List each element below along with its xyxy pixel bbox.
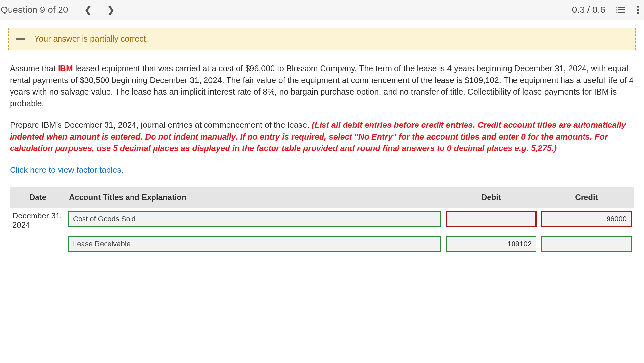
- col-header-debit: Debit: [443, 187, 539, 208]
- header-left: Question 9 of 20 ❮ ❯: [0, 4, 117, 16]
- header-right: 0.3 / 0.6 1 2 3: [572, 4, 641, 16]
- debit-input[interactable]: [446, 236, 536, 252]
- company-highlight: IBM: [58, 64, 73, 73]
- feedback-alert: Your answer is partially correct.: [8, 28, 636, 50]
- date-cell: [10, 233, 66, 255]
- question-text: Assume that: [10, 64, 58, 73]
- svg-point-7: [637, 9, 639, 11]
- date-cell: December 31, 2024: [10, 208, 66, 233]
- content-area: Your answer is partially correct. Assume…: [0, 20, 644, 255]
- journal-entry-area: Date Account Titles and Explanation Debi…: [8, 187, 636, 255]
- col-header-date: Date: [10, 187, 66, 208]
- feedback-text: Your answer is partially correct.: [34, 34, 148, 44]
- question-list-icon[interactable]: 1 2 3: [614, 5, 626, 15]
- col-header-credit: Credit: [539, 187, 634, 208]
- question-counter: Question 9 of 20: [0, 5, 68, 15]
- question-body: Assume that IBM leased equipment that wa…: [8, 50, 636, 176]
- question-text: Prepare IBM’s December 31, 2024, journal…: [10, 120, 312, 129]
- account-title-input[interactable]: [68, 236, 441, 252]
- svg-rect-1: [618, 7, 625, 8]
- debit-input[interactable]: [446, 211, 536, 227]
- col-header-acct: Account Titles and Explanation: [66, 187, 443, 208]
- credit-input[interactable]: [541, 211, 632, 227]
- svg-text:3: 3: [616, 11, 617, 14]
- factor-tables-link[interactable]: Click here to view factor tables.: [10, 165, 124, 174]
- question-header: Question 9 of 20 ❮ ❯ 0.3 / 0.6 1 2 3: [0, 0, 644, 20]
- account-title-input[interactable]: [68, 211, 441, 227]
- svg-point-8: [637, 12, 639, 14]
- table-header-row: Date Account Titles and Explanation Debi…: [10, 187, 634, 208]
- svg-rect-5: [618, 12, 625, 13]
- svg-rect-3: [618, 9, 625, 10]
- question-text: leased equipment that was carried at a c…: [10, 64, 634, 108]
- table-row: December 31, 2024: [10, 208, 634, 233]
- table-row: [10, 233, 634, 255]
- question-paragraph-2: Prepare IBM’s December 31, 2024, journal…: [10, 119, 634, 154]
- more-options-icon[interactable]: [635, 4, 641, 16]
- next-question-button[interactable]: ❯: [105, 4, 117, 16]
- nav-arrows: ❮ ❯: [82, 4, 117, 16]
- question-paragraph-1: Assume that IBM leased equipment that wa…: [10, 63, 634, 109]
- prev-question-button[interactable]: ❮: [82, 4, 94, 16]
- credit-input[interactable]: [541, 236, 632, 252]
- journal-table: Date Account Titles and Explanation Debi…: [10, 187, 634, 255]
- svg-point-6: [637, 6, 639, 8]
- minus-icon: [16, 38, 25, 40]
- score-display: 0.3 / 0.6: [572, 5, 605, 15]
